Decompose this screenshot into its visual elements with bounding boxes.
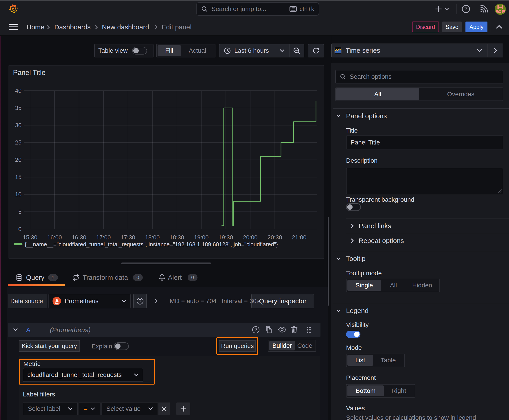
svg-text:35: 35: [15, 105, 22, 111]
svg-text:0: 0: [18, 226, 22, 232]
svg-text:10: 10: [15, 191, 22, 198]
svg-text:17:00: 17:00: [96, 234, 111, 241]
svg-text:18:00: 18:00: [145, 234, 160, 241]
svg-text:15:30: 15:30: [23, 234, 37, 241]
svg-text:{__name__="cloudflared_tunnel_: {__name__="cloudflared_tunnel_total_requ…: [25, 241, 278, 248]
svg-text:25: 25: [15, 139, 22, 146]
svg-text:20:30: 20:30: [267, 234, 282, 241]
svg-text:40: 40: [15, 87, 22, 94]
svg-text:30: 30: [15, 122, 22, 128]
svg-text:15: 15: [15, 174, 22, 180]
svg-text:20:00: 20:00: [243, 234, 258, 241]
svg-text:19:00: 19:00: [194, 234, 208, 241]
svg-text:16:30: 16:30: [72, 234, 86, 241]
svg-text:18:30: 18:30: [169, 234, 184, 241]
svg-text:5: 5: [18, 209, 22, 215]
svg-text:16:00: 16:00: [47, 234, 62, 241]
svg-text:20: 20: [15, 156, 22, 163]
svg-text:17:30: 17:30: [121, 234, 135, 241]
svg-text:21:00: 21:00: [292, 234, 306, 241]
svg-text:19:30: 19:30: [218, 234, 233, 241]
